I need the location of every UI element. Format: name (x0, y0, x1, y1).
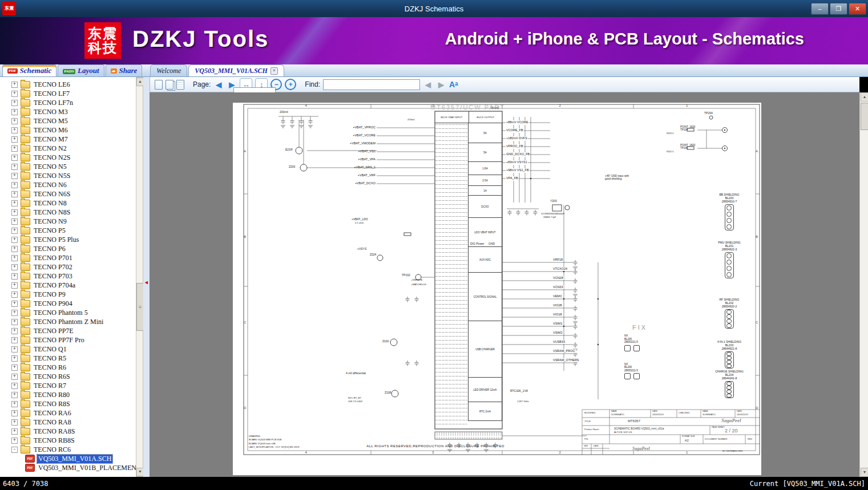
tree-file-row[interactable]: PDF VQ503_MMI_V01A.SCH (0, 454, 136, 463)
facing-pages-view-icon[interactable] (165, 80, 173, 90)
expand-toggle-icon[interactable]: + (11, 82, 18, 88)
expand-toggle-icon[interactable]: + (11, 246, 18, 252)
expand-toggle-icon[interactable]: + (11, 155, 18, 161)
expand-toggle-icon[interactable]: + (11, 355, 18, 362)
expand-toggle-icon[interactable]: + (11, 392, 18, 398)
tree-folder-row[interactable]: + TECNO N5 (0, 162, 136, 171)
tree-folder-row[interactable]: + TECNO N8 (0, 199, 136, 208)
tree-folder-row[interactable]: + TECNO M5 (0, 116, 136, 125)
tree-folder-row[interactable]: + TECNO PP7E (0, 326, 136, 335)
model-tree-sidebar[interactable]: + TECNO LE6 + TECNO LF7 + TECNO LF7n + T… (0, 77, 136, 477)
tree-folder-row[interactable]: + TECNO P5 (0, 226, 136, 235)
expand-toggle-icon[interactable]: + (11, 319, 18, 325)
expand-toggle-icon[interactable]: + (11, 118, 18, 124)
document-scrollbar[interactable]: ▲ ▼ (859, 92, 868, 477)
document-viewport[interactable]: 4321 4321 ABCD ABCD MT6357/UCW PART MN10… (150, 92, 859, 477)
expand-toggle-icon[interactable]: + (11, 310, 18, 316)
expand-toggle-icon[interactable]: + (11, 191, 18, 197)
expand-toggle-icon[interactable]: + (11, 200, 18, 206)
tree-folder-row[interactable]: + TECNO LF7 (0, 89, 136, 98)
expand-toggle-icon[interactable]: + (11, 438, 18, 444)
scroll-down-icon[interactable]: ▼ (861, 468, 868, 477)
expand-toggle-icon[interactable]: + (11, 218, 18, 225)
expand-toggle-icon[interactable]: + (11, 228, 18, 234)
expand-toggle-icon[interactable]: + (11, 301, 18, 307)
tree-folder-row[interactable]: + TECNO RA8 (0, 418, 136, 427)
tree-folder-row[interactable]: + TECNO PP7F Pro (0, 335, 136, 345)
tree-folder-row[interactable]: + TECNO Phantom Z Mini (0, 317, 136, 326)
tree-folder-row[interactable]: + TECNO R80 (0, 390, 136, 399)
expand-toggle-icon[interactable]: + (11, 273, 18, 280)
expand-toggle-icon[interactable]: + (11, 255, 18, 261)
expand-toggle-icon[interactable]: + (11, 328, 18, 334)
expand-toggle-icon[interactable]: + (11, 401, 18, 407)
continuous-pages-view-icon[interactable] (176, 80, 184, 90)
zoom-in-icon[interactable]: + (285, 79, 296, 90)
tree-folder-row[interactable]: + TECNO P6 (0, 244, 136, 253)
tree-folder-row[interactable]: + TECNO P5 Plus (0, 235, 136, 244)
tree-folder-row[interactable]: + TECNO N2 (0, 144, 136, 153)
tree-folder-row[interactable]: + TECNO R5 (0, 354, 136, 363)
expand-toggle-icon[interactable]: + (11, 365, 18, 371)
tree-folder-row[interactable]: + TECNO LE6 (0, 80, 136, 89)
expand-toggle-icon[interactable]: + (11, 237, 18, 243)
tree-folder-row[interactable]: + TECNO N2S (0, 153, 136, 162)
expand-toggle-icon[interactable]: + (11, 91, 18, 97)
tree-folder-row[interactable]: + TECNO RA8S (0, 427, 136, 436)
tree-folder-row[interactable]: + TECNO M7 (0, 135, 136, 144)
tab-schematic[interactable]: PDF Schematic (2, 64, 56, 76)
tree-folder-row[interactable]: + TECNO Phantom 5 (0, 308, 136, 317)
tree-folder-row[interactable]: + TECNO M6 (0, 125, 136, 135)
expand-toggle-icon[interactable]: + (11, 346, 18, 353)
expand-toggle-icon[interactable]: + (11, 173, 18, 179)
tree-folder-row[interactable]: + TECNO N6S (0, 189, 136, 199)
expand-toggle-icon[interactable]: + (11, 109, 18, 115)
tree-folder-row[interactable]: + TECNO P9 (0, 290, 136, 299)
sidebar-scrollbar[interactable]: ▲ ≡ ▼ (136, 77, 143, 477)
tree-folder-row[interactable]: + TECNO P704a (0, 281, 136, 290)
expand-toggle-icon[interactable]: + (11, 127, 18, 133)
tree-folder-row[interactable]: - TECNO RC6 (0, 445, 136, 454)
single-page-view-icon[interactable] (155, 80, 163, 90)
tab-welcome[interactable]: Welcome (150, 64, 187, 76)
expand-toggle-icon[interactable]: + (11, 164, 18, 170)
expand-toggle-icon[interactable]: + (11, 410, 18, 416)
tree-folder-row[interactable]: + TECNO M3 (0, 107, 136, 116)
expand-toggle-icon[interactable]: + (11, 145, 18, 152)
find-input[interactable] (323, 79, 420, 90)
expand-toggle-icon[interactable]: + (11, 100, 18, 106)
scrollbar-thumb[interactable] (861, 103, 868, 130)
tree-folder-row[interactable]: + TECNO R7 (0, 381, 136, 390)
tree-folder-row[interactable]: + TECNO RA6 (0, 408, 136, 418)
tree-folder-row[interactable]: + TECNO P904 (0, 299, 136, 308)
tree-folder-row[interactable]: + TECNO R8S (0, 399, 136, 408)
expand-toggle-icon[interactable]: + (11, 337, 18, 343)
tree-folder-row[interactable]: + TECNO P702 (0, 262, 136, 272)
tab-share[interactable]: ☁ Share (106, 64, 143, 76)
find-next-icon[interactable]: ▶ (436, 79, 446, 90)
tree-folder-row[interactable]: + TECNO LF7n (0, 98, 136, 107)
tab-document-vq503[interactable]: VQ503_MMI_V01A.SCH × (188, 64, 284, 76)
tree-folder-row[interactable]: + TECNO P703 (0, 272, 136, 281)
expand-toggle-icon[interactable]: + (11, 282, 18, 289)
expand-toggle-icon[interactable]: + (11, 428, 18, 435)
expand-toggle-icon[interactable]: - (11, 447, 18, 453)
tree-folder-row[interactable]: + TECNO N5S (0, 171, 136, 180)
tree-folder-row[interactable]: + TECNO P701 (0, 253, 136, 262)
tree-folder-row[interactable]: + TECNO N9 (0, 217, 136, 226)
close-tab-icon[interactable]: × (271, 67, 278, 75)
collapse-sidebar-icon[interactable]: ◄ (144, 280, 149, 285)
expand-toggle-icon[interactable]: + (11, 374, 18, 380)
tree-folder-row[interactable]: + TECNO R6 (0, 363, 136, 372)
font-size-icon[interactable]: Aᵃ (449, 80, 458, 89)
previous-page-icon[interactable]: ◀ (213, 79, 224, 90)
expand-toggle-icon[interactable]: + (11, 291, 18, 298)
expand-toggle-icon[interactable]: + (11, 264, 18, 270)
tree-folder-row[interactable]: + TECNO R6S (0, 372, 136, 381)
find-previous-icon[interactable]: ◀ (423, 79, 433, 90)
tree-file-row[interactable]: PDF VQ503_MMI_V01B_PLACEMENT (0, 463, 136, 472)
scroll-up-icon[interactable]: ▲ (861, 92, 868, 102)
tree-folder-row[interactable]: + TECNO N8S (0, 208, 136, 217)
tree-folder-row[interactable]: + TECNO Q1 (0, 345, 136, 354)
tree-folder-row[interactable]: + TECNO N6 (0, 180, 136, 189)
